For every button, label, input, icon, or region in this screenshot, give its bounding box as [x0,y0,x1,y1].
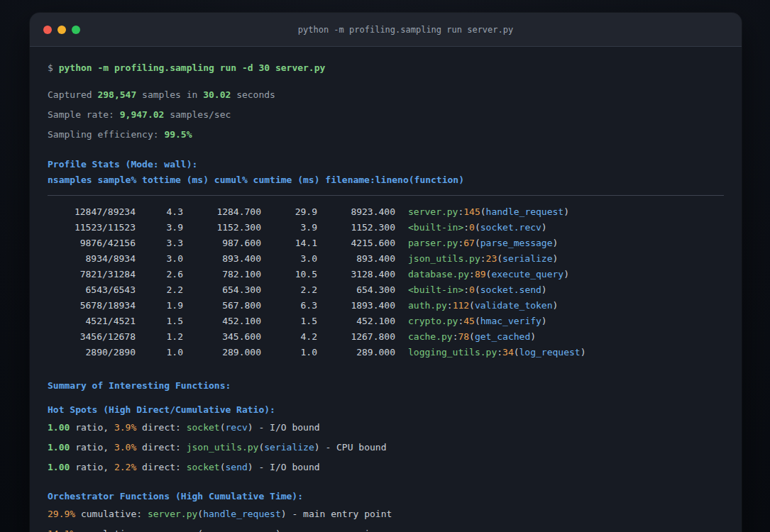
cumtime-cell: 893.400 [317,251,395,267]
table-row: 3456/126781.2345.6004.21267.800cache.py:… [48,329,724,345]
nsamples-cell: 4521/4521 [48,314,136,329]
tottime-cell: 654.300 [183,282,261,298]
tottime-cell: 567.800 [183,298,261,314]
text-segment: Sample rate: [48,109,120,120]
terminal-body[interactable]: $ python -m profiling.sampling run -d 30… [30,47,742,532]
filename: crypto.py [408,316,458,326]
text-segment: : [463,222,469,233]
cumtime-cell: 3128.400 [317,267,395,282]
sample-pct-cell: 4.3 [136,204,183,220]
text-segment: 298,547 [97,89,136,100]
table-row: 8934/89343.0893.4003.0893.400json_utils.… [48,251,724,267]
text-segment: samples/sec [164,109,231,120]
text-segment: parser.py [148,528,197,532]
text-segment: parse_message [203,528,275,532]
table-row: 11523/115233.91152.3003.91152.300<built-… [48,220,724,235]
profile-table: 12847/892344.31284.70029.98923.400server… [48,204,724,360]
text-segment: ) [563,206,569,217]
nsamples-cell: 12847/89234 [48,204,136,220]
text-segment: 14.1% [48,528,75,532]
function-location-cell: cache.py:78(get_cached) [408,329,536,345]
maximize-button-icon[interactable] [72,26,80,34]
cumul-pct-cell: 4.2 [261,329,317,345]
function-location-cell: auth.py:112(validate_token) [408,298,558,314]
text-segment: direct: [136,442,186,453]
text-segment: direct: [136,422,186,433]
profile-columns-header: nsamples sample% tottime (ms) cumul% cum… [48,173,724,187]
text-segment: seconds [231,89,275,100]
text-segment: socket [187,462,220,472]
text-segment: ) [541,222,547,233]
capture-stats: Captured 298,547 samples in 30.02 second… [48,88,724,142]
text-segment: ( [475,316,480,326]
text-segment: cumulative: [75,509,148,519]
text-segment: ( [220,462,226,472]
tottime-cell: 345.600 [183,329,261,345]
cumul-pct-cell: 1.0 [261,345,317,360]
cumul-pct-cell: 14.1 [261,235,317,251]
text-segment: ) [314,442,320,453]
lineno: 45 [463,316,475,326]
text-segment: 1.00 [48,462,70,472]
titlebar[interactable]: python -m profiling.sampling run server.… [30,13,742,47]
function-location-cell: parser.py:67(parse_message) [408,235,558,251]
function-name: socket.recv [480,222,541,233]
window-title: python -m profiling.sampling run server.… [258,25,513,35]
sample-pct-cell: 1.5 [136,314,183,329]
sample-pct-cell: 1.2 [136,329,183,345]
text-segment: Captured [48,89,97,100]
text-segment: ) [248,462,253,472]
text-segment: ( [514,347,519,358]
text-segment: ratio, [70,422,114,433]
text-segment: 30.02 [203,89,231,100]
text-segment: ) [281,509,287,519]
sample-pct-cell: 3.9 [136,220,183,235]
orchestrator-line: 14.1% cumulative: parser.py(parse_messag… [48,527,724,532]
function-location-cell: <built-in>:0(socket.recv) [408,220,547,235]
text-segment: : [469,269,475,279]
lineno: 34 [502,347,514,358]
close-button-icon[interactable] [43,26,52,34]
filename: <built-in> [408,284,463,295]
text-segment: : [497,347,502,358]
function-location-cell: json_utils.py:23(serialize) [408,251,558,267]
text-segment: ( [475,284,480,295]
hot-spots-heading: Hot Spots (High Direct/Cumulative Ratio)… [48,403,724,417]
cumtime-cell: 8923.400 [317,204,395,220]
orchestrators-list: 29.9% cumulative: server.py(handle_reque… [48,507,724,532]
function-name: execute_query [491,269,563,279]
text-segment: ( [469,300,475,311]
cumul-pct-cell: 29.9 [261,204,317,220]
text-segment: cumulative: [75,528,148,532]
text-segment: 3.9% [114,422,136,433]
text-segment: ) [553,238,559,248]
cumtime-cell: 4215.600 [317,235,395,251]
nsamples-cell: 9876/42156 [48,235,136,251]
lineno: 23 [486,253,497,264]
text-segment: ( [220,422,226,433]
text-segment: socket [187,422,220,433]
lineno: 0 [469,284,475,295]
text-segment: 99.5% [164,129,192,140]
text-segment: - main entry point [287,509,392,519]
text-segment: 1.00 [48,422,70,433]
text-segment: ) [563,269,569,279]
nsamples-cell: 3456/12678 [48,329,136,345]
function-name: socket.send [480,284,541,295]
text-segment: ) [541,316,547,326]
text-segment: : [480,253,486,264]
cumul-pct-cell: 10.5 [261,267,317,282]
terminal-window: python -m profiling.sampling run server.… [30,13,742,532]
minimize-button-icon[interactable] [57,26,66,34]
filename: parser.py [408,238,458,248]
text-segment: handle_request [203,509,281,519]
lineno: 78 [458,331,469,342]
cumtime-cell: 452.100 [317,314,395,329]
text-segment: direct: [136,462,186,472]
sample-pct-cell: 1.9 [136,298,183,314]
tottime-cell: 987.600 [183,235,261,251]
text-segment: ( [480,206,486,217]
stat-line: Sampling efficiency: 99.5% [48,128,724,142]
text-segment: send [226,462,248,472]
text-segment: ( [475,238,480,248]
